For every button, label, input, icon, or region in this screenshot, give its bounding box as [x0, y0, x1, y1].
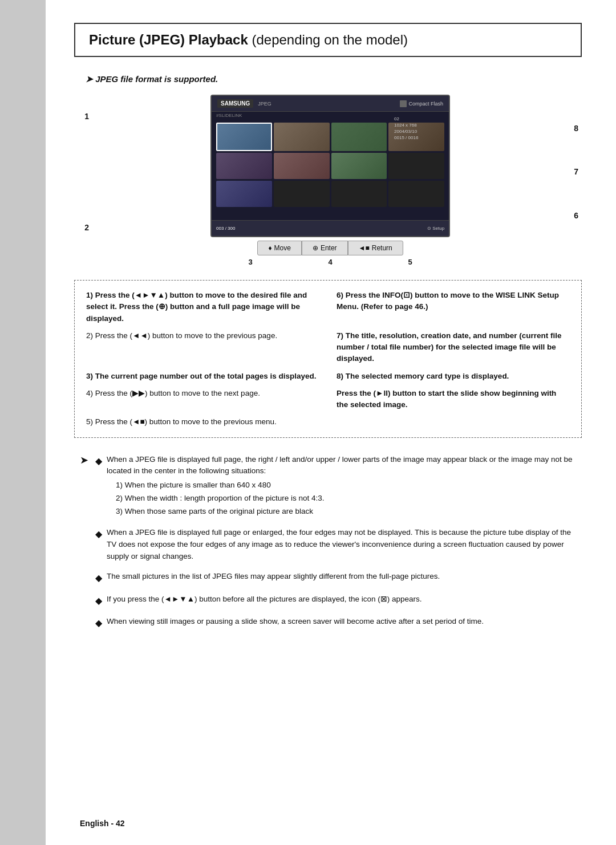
screen-topbar: SAMSUNG JPEG Compact Flash: [212, 96, 449, 112]
thumb-9: [216, 181, 272, 207]
info-line-3: 2004/03/10: [394, 129, 445, 134]
diamond-icon-1: ◆: [95, 454, 102, 469]
note-text-4: If you press the (◄►▼▲) button before al…: [107, 594, 582, 606]
instr-item-2: 2) Press the (◄◄) button to move to the …: [86, 330, 319, 365]
sub-item-1-3: 3) When those same parts of the original…: [116, 506, 582, 518]
return-icon: ◄■: [359, 244, 370, 252]
instructions-box: 1) Press the (◄►▼▲) button to move to th…: [74, 280, 582, 438]
note-text-5: When viewing still images or pausing a s…: [107, 616, 582, 628]
instr-item-5: 5) Press the (◄■) button to move to the …: [86, 416, 319, 428]
instr-item-empty: [337, 416, 570, 428]
right-labels: 8 7 6: [568, 95, 582, 266]
sub-list-1: 1) When the picture is smaller than 640 …: [116, 480, 582, 518]
instr-item-4: 4) Press the (▶▶) button to move to the …: [86, 388, 319, 411]
label-6: 6: [574, 211, 582, 220]
diagram-area: 1 2 SAMSUNG JPEG Compact Flash: [74, 95, 582, 266]
controls-row: ♦ Move ⊕ Enter ◄■ Return: [210, 241, 450, 255]
info-line-1: 02: [394, 116, 445, 121]
left-labels: 1 2: [74, 95, 92, 266]
notes-list: ◆ When a JPEG file is displayed full pag…: [95, 454, 582, 639]
instr-item-7: 7) The title, resolution, creation date,…: [337, 330, 570, 365]
thumb-10: [274, 181, 330, 207]
label-8: 8: [574, 124, 582, 133]
arrow-symbol: ➤: [80, 454, 88, 466]
sub-item-1-2: 2) When the width : length proportion of…: [116, 493, 582, 505]
diamond-icon-2: ◆: [95, 527, 102, 542]
enter-button[interactable]: ⊕ Enter: [302, 241, 348, 255]
return-label: Return: [372, 244, 392, 252]
label-7: 7: [574, 167, 582, 176]
page-number: 003 / 300: [216, 226, 235, 231]
diamond-icon-3: ◆: [95, 571, 102, 586]
move-label: Move: [274, 244, 291, 252]
label-2: 2: [74, 223, 92, 232]
thumb-5: [216, 153, 272, 179]
screen-wrapper: SAMSUNG JPEG Compact Flash #SLIDELINK: [92, 95, 568, 266]
note-text-1: When a JPEG file is displayed full page,…: [107, 454, 582, 519]
jpeg-badge: JPEG: [258, 101, 271, 107]
instr-item-slideshow: Press the (►II) button to start the slid…: [337, 388, 570, 411]
return-button[interactable]: ◄■ Return: [348, 241, 403, 255]
instr-item-8: 8) The selected memory card type is disp…: [337, 371, 570, 382]
note-item-2: ◆ When a JPEG file is displayed full pag…: [95, 527, 582, 563]
note-item-3: ◆ The small pictures in the list of JPEG…: [95, 571, 582, 586]
note-item-5: ◆ When viewing still images or pausing a…: [95, 616, 582, 631]
diamond-icon-5: ◆: [95, 616, 102, 631]
thumb-12: [388, 181, 444, 207]
sidebar: [0, 0, 46, 845]
title-box: Picture (JPEG) Playback (depending on th…: [74, 23, 582, 57]
move-button[interactable]: ♦ Move: [257, 241, 301, 255]
notes-section: ➤ ◆ When a JPEG file is displayed full p…: [74, 454, 582, 639]
setup-label: ⊙ Setup: [427, 226, 444, 231]
label-5: 5: [408, 258, 412, 266]
instr-item-3: 3) The current page number out of the to…: [86, 371, 319, 382]
thumb-2: [274, 123, 330, 151]
info-line-4: 0015 / 0016: [394, 135, 445, 140]
page-title: Picture (JPEG) Playback (depending on th…: [89, 32, 567, 48]
note-item-4: ◆ If you press the (◄►▼▲) button before …: [95, 594, 582, 608]
page-footer: English - 42: [46, 819, 616, 828]
note-item-1: ◆ When a JPEG file is displayed full pag…: [95, 454, 582, 519]
bottom-num-labels: 3 4 5: [210, 258, 450, 266]
info-line-2: 1024 x 768: [394, 123, 445, 128]
thumb-8: [388, 153, 444, 179]
diamond-icon-4: ◆: [95, 594, 102, 608]
instr-item-6: 6) Press the INFO(⊡) button to move to t…: [337, 290, 570, 324]
info-panel: 02 1024 x 768 2004/03/10 0015 / 0016: [394, 116, 445, 141]
card-info: Compact Flash: [400, 100, 444, 107]
note-text-3: The small pictures in the list of JPEG f…: [107, 571, 582, 583]
tv-screen: SAMSUNG JPEG Compact Flash #SLIDELINK: [210, 95, 450, 237]
thumb-3: [331, 123, 387, 151]
thumb-11: [331, 181, 387, 207]
enter-label: Enter: [321, 244, 337, 252]
instr-item-1: 1) Press the (◄►▼▲) button to move to th…: [86, 290, 319, 324]
thumb-6: [274, 153, 330, 179]
page-number-footer: English - 42: [80, 819, 125, 828]
thumb-1: [216, 123, 272, 151]
screen-logo: SAMSUNG: [217, 99, 253, 108]
sub-item-1-1: 1) When the picture is smaller than 640 …: [116, 480, 582, 491]
move-icon: ♦: [268, 244, 271, 252]
screen-bottombar: 003 / 300 ⊙ Setup: [212, 220, 449, 236]
card-icon: [400, 100, 407, 107]
thumb-7: [331, 153, 387, 179]
note-text-2: When a JPEG file is displayed full page …: [107, 527, 582, 563]
label-1: 1: [74, 112, 92, 121]
jpeg-note: JPEG file format is supported.: [74, 74, 582, 84]
enter-icon: ⊕: [313, 244, 318, 252]
label-3: 3: [248, 258, 252, 266]
label-4: 4: [328, 258, 332, 266]
